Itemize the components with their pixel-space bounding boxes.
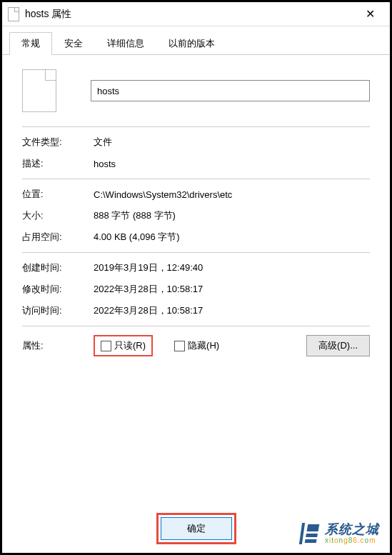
watermark: 系统之城 xitong86.com <box>296 521 379 546</box>
label-accessed: 访问时间: <box>22 304 94 317</box>
filename-input[interactable] <box>91 80 370 101</box>
readonly-checkbox[interactable] <box>101 341 111 351</box>
label-description: 描述: <box>22 157 94 170</box>
window-title: hosts 属性 <box>25 8 356 21</box>
value-location: C:\Windows\System32\drivers\etc <box>94 189 370 200</box>
tab-bar: 常规 安全 详细信息 以前的版本 <box>2 26 390 55</box>
label-location: 位置: <box>22 188 94 201</box>
watermark-logo-icon <box>296 521 321 546</box>
close-button[interactable]: ✕ <box>356 2 384 26</box>
row-disk-size: 占用空间: 4.00 KB (4,096 字节) <box>22 231 370 244</box>
watermark-text: 系统之城 xitong86.com <box>325 523 379 545</box>
value-size: 888 字节 (888 字节) <box>94 209 370 222</box>
value-modified: 2022年3月28日，10:58:17 <box>94 283 370 296</box>
divider <box>22 326 370 326</box>
row-attributes: 属性: 只读(R) 隐藏(H) 高级(D)... <box>22 335 370 356</box>
value-file-type: 文件 <box>94 136 370 149</box>
label-size: 大小: <box>22 209 94 222</box>
file-icon-small <box>8 7 19 21</box>
tab-details[interactable]: 详细信息 <box>95 32 156 54</box>
row-size: 大小: 888 字节 (888 字节) <box>22 209 370 222</box>
row-created: 创建时间: 2019年3月19日，12:49:40 <box>22 261 370 274</box>
label-attributes: 属性: <box>22 339 94 352</box>
value-accessed: 2022年3月28日，10:58:17 <box>94 304 370 317</box>
watermark-url: xitong86.com <box>325 536 379 544</box>
tab-general[interactable]: 常规 <box>9 32 52 55</box>
label-created: 创建时间: <box>22 261 94 274</box>
tab-security[interactable]: 安全 <box>52 32 95 54</box>
content-panel: 文件类型: 文件 描述: hosts 位置: C:\Windows\System… <box>2 55 390 372</box>
watermark-title: 系统之城 <box>325 523 379 537</box>
row-description: 描述: hosts <box>22 157 370 170</box>
row-accessed: 访问时间: 2022年3月28日，10:58:17 <box>22 304 370 317</box>
label-modified: 修改时间: <box>22 283 94 296</box>
divider <box>22 252 370 253</box>
hidden-checkbox[interactable] <box>174 341 185 351</box>
value-description: hosts <box>94 159 370 169</box>
divider <box>22 179 370 179</box>
hidden-checkbox-wrap: 隐藏(H) <box>174 339 219 352</box>
ok-button[interactable]: 确定 <box>161 517 232 540</box>
file-icon <box>22 69 56 112</box>
attribute-checkboxes: 只读(R) 隐藏(H) <box>94 335 219 356</box>
titlebar: hosts 属性 ✕ <box>2 2 390 26</box>
value-created: 2019年3月19日，12:49:40 <box>94 261 370 274</box>
divider <box>22 126 370 127</box>
row-file-type: 文件类型: 文件 <box>22 136 370 149</box>
row-modified: 修改时间: 2022年3月28日，10:58:17 <box>22 283 370 296</box>
readonly-label: 只读(R) <box>114 339 146 352</box>
tab-previous-versions[interactable]: 以前的版本 <box>156 32 227 54</box>
ok-button-highlight: 确定 <box>156 513 236 544</box>
hidden-label: 隐藏(H) <box>188 339 219 352</box>
label-disk-size: 占用空间: <box>22 231 94 244</box>
file-header-row <box>22 69 370 112</box>
advanced-button[interactable]: 高级(D)... <box>306 335 370 356</box>
label-file-type: 文件类型: <box>22 136 94 149</box>
row-location: 位置: C:\Windows\System32\drivers\etc <box>22 188 370 201</box>
readonly-checkbox-wrap: 只读(R) <box>94 335 153 356</box>
value-disk-size: 4.00 KB (4,096 字节) <box>94 231 370 244</box>
